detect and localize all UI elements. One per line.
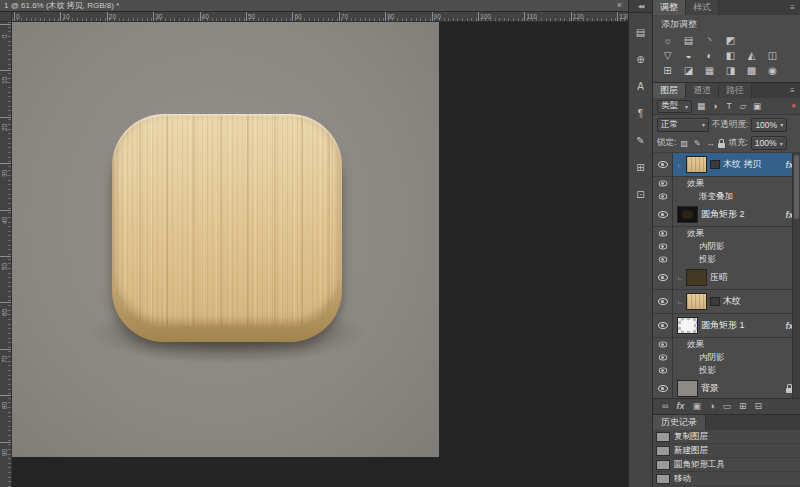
adj-color-lookup-icon[interactable]: ⊞ [659,63,676,77]
filter-toggle-icon[interactable]: ● [791,102,796,110]
filter-type-layers-icon[interactable]: T [723,100,735,113]
tab-channels[interactable]: 通道 [686,83,719,98]
new-layer-icon[interactable]: ⊞ [739,402,747,411]
visibility-toggle[interactable] [653,153,673,176]
visibility-toggle[interactable] [653,314,673,337]
adjustments-menu-icon[interactable]: ≡ [790,0,800,15]
visibility-toggle[interactable] [653,227,673,240]
adj-brightness-contrast-icon[interactable]: ☼ [659,33,676,47]
link-layers-icon[interactable]: ∞ [662,402,668,411]
visibility-toggle[interactable] [653,203,673,226]
canvas-pasteboard[interactable] [12,22,628,487]
visibility-toggle[interactable] [653,364,673,377]
adj-selective-color-icon[interactable]: ◉ [764,63,781,77]
adj-curves-icon[interactable]: ◝ [701,33,718,47]
delete-layer-icon[interactable]: ⊟ [754,402,762,411]
tab-paths[interactable]: 路径 [719,83,752,98]
character-panel-icon[interactable]: A [632,79,650,94]
adj-photo-filter-icon[interactable]: ◭ [743,48,760,62]
paragraph-panel-icon[interactable]: ¶ [632,106,650,121]
lock-transparency-icon[interactable]: ▨ [679,139,689,148]
visibility-toggle[interactable] [653,253,673,266]
new-adjustment-layer-icon[interactable]: ◑ [709,402,714,411]
tab-adjustments[interactable]: 调整 [653,0,686,15]
layer-effect-row[interactable]: 投影 [653,253,800,266]
layer-row[interactable]: ∟木纹 拷贝fx▴ [653,153,800,177]
add-layer-style-icon[interactable]: fx [676,402,684,411]
expand-panels-icon[interactable]: ◀◀ [629,0,652,13]
layer-row[interactable]: ∟木纹 [653,290,800,314]
history-state-label: 新建图层 [674,445,708,457]
layer-effect-row[interactable]: 效果 [653,227,800,240]
layers-scrollbar[interactable] [792,153,800,398]
clipping-mask-icon: ∟ [677,299,683,305]
tab-layers[interactable]: 图层 [653,83,686,98]
adj-channel-mixer-icon[interactable]: ◫ [764,48,781,62]
adj-posterize-icon[interactable]: ▦ [701,63,718,77]
clone-source-panel-icon[interactable]: ⊡ [632,187,650,202]
adj-invert-icon[interactable]: ◪ [680,63,697,77]
filter-kind-label: 类型 [661,100,678,112]
layer-effect-row[interactable]: 内阴影 [653,240,800,253]
visibility-toggle[interactable] [653,377,673,398]
tab-styles[interactable]: 样式 [686,0,719,15]
adj-black-white-icon[interactable]: ◧ [722,48,739,62]
history-item[interactable]: 复制图层 [653,430,800,444]
add-layer-mask-icon[interactable]: ▣ [692,402,701,411]
tab-history[interactable]: 历史记录 [653,415,706,430]
lock-row: 锁定: ▨✎↔ 填充: 100% ▾ [653,134,800,152]
visibility-toggle[interactable] [653,240,673,253]
adj-exposure-icon[interactable]: ◩ [722,33,739,47]
adj-levels-icon[interactable]: ▤ [680,33,697,47]
history-item[interactable]: 新建图层 [653,444,800,458]
visibility-toggle[interactable] [653,266,673,289]
filter-adjustment-layers-icon[interactable]: ◑ [709,100,721,113]
visibility-toggle[interactable] [653,351,673,364]
layers-list: ∟木纹 拷贝fx▴效果渐变叠加圆角矩形 2fx▴效果内阴影投影∟压暗∟木纹圆角矩… [653,152,800,398]
history-item[interactable]: 圆角矩形工具 [653,458,800,472]
adj-vibrance-icon[interactable]: ▽ [659,48,676,62]
visibility-toggle[interactable] [653,290,673,313]
adj-gradient-map-icon[interactable]: ▩ [743,63,760,77]
lock-all-icon[interactable] [718,143,725,148]
filter-kind-dropdown[interactable]: 类型 ▾ [657,100,692,113]
ruler-horizontal[interactable]: 0102030405060708090100110120130 [12,12,628,22]
opacity-dropdown[interactable]: 100% ▾ [751,118,787,132]
layers-menu-icon[interactable]: ≡ [790,83,800,98]
lock-pixels-icon[interactable]: ✎ [692,139,702,148]
fill-dropdown[interactable]: 100% ▾ [751,136,787,150]
blend-mode-dropdown[interactable]: 正常 ▾ [657,118,709,132]
swatches-panel-icon[interactable]: ⊞ [632,160,650,175]
adj-hue-saturation-icon[interactable]: ◒ [680,48,697,62]
layer-effect-row[interactable]: 投影 [653,364,800,377]
layer-row[interactable]: 背景 [653,377,800,398]
layer-row[interactable]: ∟压暗 [653,266,800,290]
layer-effect-row[interactable]: 内阴影 [653,351,800,364]
filter-shape-layers-icon[interactable]: ▱ [737,100,749,113]
ruler-vertical[interactable]: 0102030405060708090 [0,22,12,487]
adj-color-balance-icon[interactable]: ◐ [701,48,718,62]
info-panel-icon[interactable]: ⊕ [632,52,650,67]
history-item[interactable]: 移动 [653,472,800,486]
document-tab-bar: 1 @ 61.6% (木纹 拷贝, RGB/8) * × [0,0,628,12]
visibility-toggle[interactable] [653,338,673,351]
layer-effect-row[interactable]: 效果 [653,338,800,351]
document-canvas[interactable] [12,22,439,457]
visibility-toggle[interactable] [653,190,673,203]
visibility-toggle[interactable] [653,177,673,190]
properties-panel-icon[interactable]: ▤ [632,25,650,40]
filter-pixel-layers-icon[interactable]: ▦ [695,100,707,113]
filter-smart-objects-icon[interactable]: ▣ [751,100,763,113]
layer-name: 背景 [701,382,719,395]
scrollbar-thumb[interactable] [794,155,799,219]
layer-effect-row[interactable]: 渐变叠加 [653,190,800,203]
layer-row[interactable]: 圆角矩形 2fx▴ [653,203,800,227]
layer-effect-row[interactable]: 效果 [653,177,800,190]
layer-row[interactable]: 圆角矩形 1fx▴ [653,314,800,338]
close-document-icon[interactable]: × [617,1,622,10]
adj-threshold-icon[interactable]: ◨ [722,63,739,77]
brush-panel-icon[interactable]: ✎ [632,133,650,148]
ruler-number: 40 [202,12,209,21]
lock-position-icon[interactable]: ↔ [705,139,715,148]
new-group-icon[interactable]: ▭ [722,402,731,411]
